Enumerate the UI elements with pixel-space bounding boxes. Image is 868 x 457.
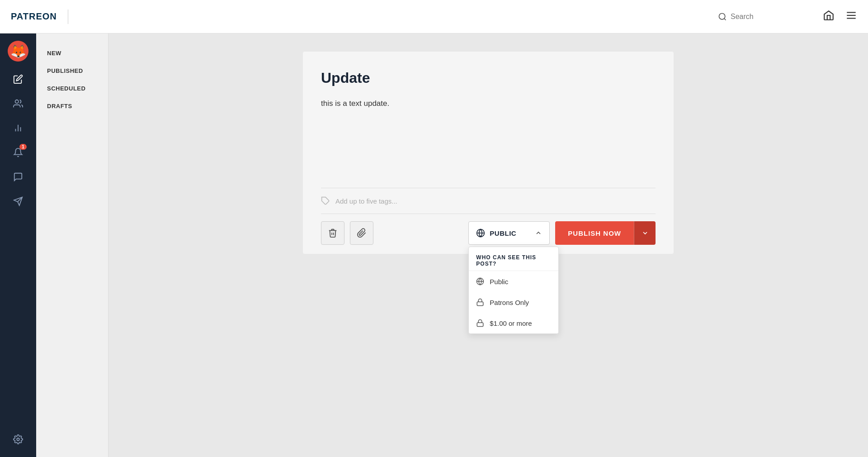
visibility-label: PUBLIC <box>490 229 516 237</box>
svg-rect-17 <box>477 302 484 305</box>
publish-dropdown-button[interactable] <box>634 221 656 245</box>
svg-point-11 <box>17 438 19 441</box>
menu-icon[interactable] <box>845 10 857 24</box>
svg-line-1 <box>724 18 726 20</box>
chevron-down-icon <box>642 229 649 237</box>
public-globe-icon <box>476 277 484 286</box>
post-title: Update <box>321 70 656 86</box>
main-layout: 🦊 <box>0 33 868 457</box>
lock-icon-paid <box>476 319 484 327</box>
toolbar: PUBLIC WHO CAN SEE THIS POST? <box>321 214 656 254</box>
delete-button[interactable] <box>321 221 344 245</box>
sidebar: 🦊 <box>0 33 36 457</box>
avatar[interactable]: 🦊 <box>8 41 28 62</box>
logo-divider <box>68 10 68 24</box>
nav-right <box>823 10 857 24</box>
sidebar-item-edit[interactable] <box>8 69 28 90</box>
sidebar-item-send[interactable] <box>8 191 28 212</box>
sidebar-item-notifications[interactable]: 1 <box>8 142 28 163</box>
tags-row: Add up to five tags... <box>321 188 656 214</box>
chevron-up-icon <box>535 229 542 237</box>
lock-icon-patrons <box>476 298 484 306</box>
svg-point-5 <box>15 100 19 103</box>
avatar-emoji: 🦊 <box>10 44 26 59</box>
notification-badge: 1 <box>19 144 27 150</box>
search-input[interactable] <box>731 13 803 21</box>
option-paid-label: $1.00 or more <box>490 319 532 327</box>
attach-button[interactable] <box>350 221 373 245</box>
visibility-button[interactable]: PUBLIC <box>468 221 550 245</box>
publish-now-button[interactable]: PUBLISH NOW <box>555 221 634 245</box>
visibility-dropdown: WHO CAN SEE THIS POST? Public <box>468 247 559 334</box>
search-icon <box>718 12 727 21</box>
dropdown-header: WHO CAN SEE THIS POST? <box>469 247 558 271</box>
top-nav: PATREON <box>0 0 868 33</box>
nav-item-new[interactable]: NEW <box>36 44 108 62</box>
nav-item-published[interactable]: PUBLISHED <box>36 62 108 80</box>
home-icon[interactable] <box>823 10 835 24</box>
option-public-label: Public <box>490 278 508 286</box>
post-editor: Update this is a text update. Add up to … <box>303 52 674 254</box>
tag-icon <box>321 196 330 205</box>
brand-name: PATREON <box>11 11 57 22</box>
svg-point-0 <box>719 13 725 19</box>
visibility-option-public[interactable]: Public <box>469 271 558 292</box>
nav-item-scheduled[interactable]: SCHEDULED <box>36 80 108 97</box>
sidebar-item-messages[interactable] <box>8 167 28 187</box>
search-area[interactable] <box>718 12 808 21</box>
post-body[interactable]: this is a text update. <box>321 97 656 109</box>
post-body-area: this is a text update. <box>321 97 656 188</box>
visibility-option-paid[interactable]: $1.00 or more <box>469 313 558 333</box>
sidebar-item-people[interactable] <box>8 93 28 114</box>
main-content: Update this is a text update. Add up to … <box>108 33 868 457</box>
visibility-wrapper: PUBLIC WHO CAN SEE THIS POST? <box>468 221 550 245</box>
svg-rect-18 <box>477 323 484 326</box>
sidebar-item-analytics[interactable] <box>8 118 28 138</box>
visibility-option-patrons-only[interactable]: Patrons Only <box>469 292 558 313</box>
logo-area: PATREON <box>11 10 68 24</box>
publish-btn-group: PUBLISH NOW <box>555 221 656 245</box>
nav-item-drafts[interactable]: DRAFTS <box>36 97 108 115</box>
option-patrons-label: Patrons Only <box>490 299 529 306</box>
tags-placeholder[interactable]: Add up to five tags... <box>335 197 397 205</box>
globe-icon <box>476 228 485 238</box>
sidebar-item-settings[interactable] <box>8 429 28 450</box>
content-nav: NEW PUBLISHED SCHEDULED DRAFTS <box>36 33 108 457</box>
